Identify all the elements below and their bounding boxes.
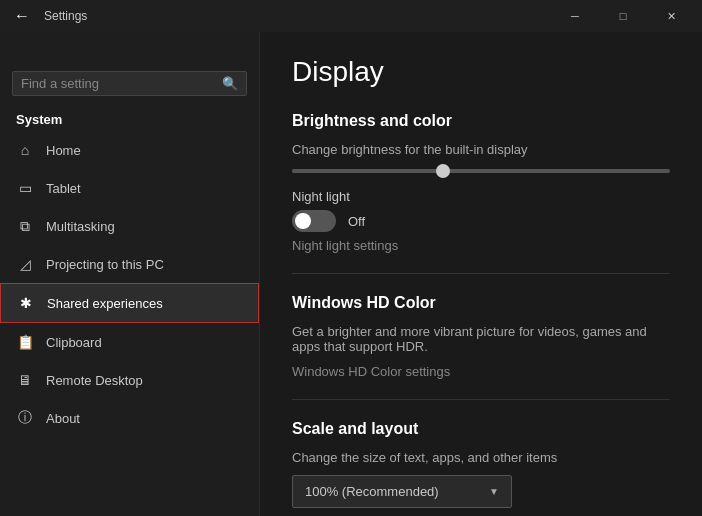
about-icon: ⓘ bbox=[16, 409, 34, 427]
night-light-label: Night light bbox=[292, 189, 350, 204]
sidebar-item-multitasking[interactable]: ⧉ Multitasking bbox=[0, 207, 259, 245]
search-box[interactable]: 🔍 bbox=[12, 71, 247, 96]
app-title: Settings bbox=[44, 9, 552, 23]
back-button[interactable]: ← bbox=[8, 2, 36, 30]
maximize-button[interactable]: □ bbox=[600, 0, 646, 32]
search-input[interactable] bbox=[21, 76, 222, 91]
night-light-link[interactable]: Night light settings bbox=[292, 238, 670, 253]
brightness-slider[interactable] bbox=[292, 169, 670, 173]
sidebar-item-shared-label: Shared experiences bbox=[47, 296, 163, 311]
project-icon: ◿ bbox=[16, 255, 34, 273]
slider-thumb[interactable] bbox=[436, 164, 450, 178]
sidebar-item-clipboard[interactable]: 📋 Clipboard bbox=[0, 323, 259, 361]
remote-icon: 🖥 bbox=[16, 371, 34, 389]
sidebar-item-tablet[interactable]: ▭ Tablet bbox=[0, 169, 259, 207]
sidebar-item-about[interactable]: ⓘ About bbox=[0, 399, 259, 437]
sidebar: 🔍 System ⌂ Home ▭ Tablet ⧉ Multitasking … bbox=[0, 32, 260, 516]
brightness-title: Brightness and color bbox=[292, 112, 670, 130]
sidebar-spacer bbox=[0, 32, 259, 71]
divider-1 bbox=[292, 273, 670, 274]
back-icon: ← bbox=[14, 7, 30, 25]
sidebar-item-shared[interactable]: ✱ Shared experiences bbox=[0, 283, 259, 323]
toggle-knob bbox=[295, 213, 311, 229]
night-light-row: Night light bbox=[292, 189, 670, 204]
close-button[interactable]: ✕ bbox=[648, 0, 694, 32]
titlebar: ← Settings ─ □ ✕ bbox=[0, 0, 702, 32]
hdr-link[interactable]: Windows HD Color settings bbox=[292, 364, 670, 379]
sidebar-item-home-label: Home bbox=[46, 143, 81, 158]
scale-desc: Change the size of text, apps, and other… bbox=[292, 450, 670, 465]
page-title: Display bbox=[292, 56, 670, 88]
sidebar-item-multitasking-label: Multitasking bbox=[46, 219, 115, 234]
hdr-desc: Get a brighter and more vibrant picture … bbox=[292, 324, 670, 354]
home-icon: ⌂ bbox=[16, 141, 34, 159]
slider-track bbox=[292, 169, 670, 173]
slider-fill bbox=[292, 169, 443, 173]
hdr-title: Windows HD Color bbox=[292, 294, 670, 312]
sidebar-item-remote[interactable]: 🖥 Remote Desktop bbox=[0, 361, 259, 399]
main-layout: 🔍 System ⌂ Home ▭ Tablet ⧉ Multitasking … bbox=[0, 32, 702, 516]
search-icon: 🔍 bbox=[222, 76, 238, 91]
night-light-toggle[interactable] bbox=[292, 210, 336, 232]
system-label: System bbox=[0, 104, 259, 131]
sidebar-item-home[interactable]: ⌂ Home bbox=[0, 131, 259, 169]
content-area: Display Brightness and color Change brig… bbox=[260, 32, 702, 516]
sidebar-item-about-label: About bbox=[46, 411, 80, 426]
scale-title: Scale and layout bbox=[292, 420, 670, 438]
tablet-icon: ▭ bbox=[16, 179, 34, 197]
multitasking-icon: ⧉ bbox=[16, 217, 34, 235]
sidebar-item-remote-label: Remote Desktop bbox=[46, 373, 143, 388]
brightness-desc: Change brightness for the built-in displ… bbox=[292, 142, 670, 157]
minimize-button[interactable]: ─ bbox=[552, 0, 598, 32]
night-light-state: Off bbox=[348, 214, 365, 229]
shared-icon: ✱ bbox=[17, 294, 35, 312]
clipboard-icon: 📋 bbox=[16, 333, 34, 351]
sidebar-item-projecting[interactable]: ◿ Projecting to this PC bbox=[0, 245, 259, 283]
sidebar-item-projecting-label: Projecting to this PC bbox=[46, 257, 164, 272]
window-controls: ─ □ ✕ bbox=[552, 0, 694, 32]
divider-2 bbox=[292, 399, 670, 400]
sidebar-item-clipboard-label: Clipboard bbox=[46, 335, 102, 350]
chevron-down-icon: ▼ bbox=[489, 486, 499, 497]
scale-dropdown-value: 100% (Recommended) bbox=[305, 484, 439, 499]
scale-dropdown[interactable]: 100% (Recommended) ▼ bbox=[292, 475, 512, 508]
sidebar-item-tablet-label: Tablet bbox=[46, 181, 81, 196]
night-light-toggle-row: Off bbox=[292, 210, 670, 232]
